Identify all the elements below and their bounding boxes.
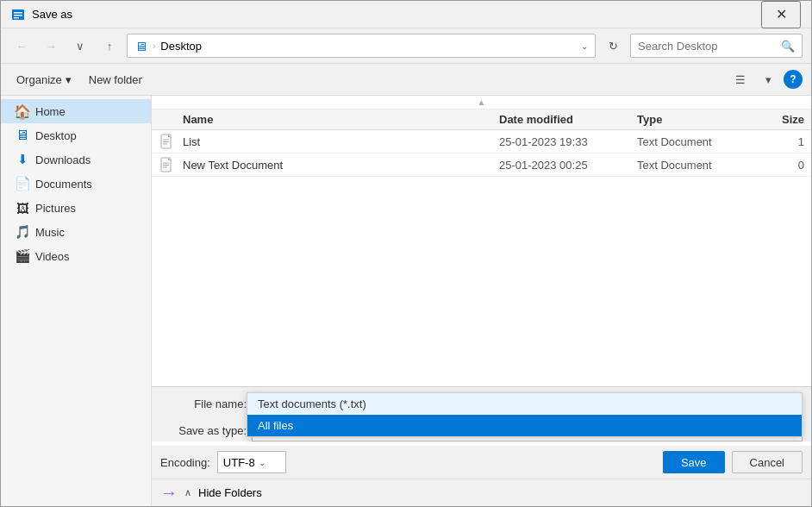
down-icon: ∨ [76, 40, 84, 53]
address-chevron-down-icon[interactable]: ⌄ [581, 41, 588, 51]
col-size-header[interactable]: Size [742, 113, 811, 126]
arrow-annotation: → [160, 483, 178, 503]
view-arrow-button[interactable]: ▾ [756, 67, 780, 91]
organize-arrow-icon: ▾ [66, 73, 72, 86]
sidebar-item-desktop[interactable]: 🖥 Desktop 📌 [1, 123, 151, 147]
encoding-select[interactable]: UTF-8 ⌄ [217, 451, 286, 473]
save-type-dropdown[interactable]: Text documents (*.txt) All files [247, 392, 803, 437]
toolbar: Organize ▾ New folder ☰ ▾ ? [1, 64, 811, 96]
sidebar-music-label: Music [35, 226, 65, 239]
file-icon-new-text-doc [152, 157, 183, 172]
dropdown-button[interactable]: ∨ [68, 34, 92, 58]
save-as-dialog: Save as ✕ ← → ∨ ↑ 🖥 › Desktop ⌄ ↻ 🔍 [0, 0, 812, 507]
encoding-label: Encoding: [160, 456, 210, 469]
file-row-list[interactable]: List 25-01-2023 19:33 Text Document 1 [152, 130, 811, 153]
sidebar-home-label: Home [35, 105, 66, 118]
file-name-new-text-doc: New Text Document [183, 159, 492, 172]
svg-rect-3 [14, 17, 19, 19]
dropdown-all-files-label: All files [258, 419, 293, 432]
location-icon: 🖥 [134, 39, 147, 53]
current-location: Desktop [160, 40, 576, 53]
svg-rect-2 [14, 15, 22, 16]
search-input[interactable] [638, 40, 778, 53]
filename-label: File name: [160, 397, 247, 410]
up-button[interactable]: ↑ [97, 34, 122, 58]
downloads-icon: ⬇ [15, 152, 30, 167]
new-folder-label: New folder [89, 73, 142, 86]
hide-folders-label: Hide Folders [198, 486, 262, 499]
sidebar-documents-label: Documents [35, 178, 92, 191]
file-date-new-text-doc: 25-01-2023 00:25 [492, 159, 630, 172]
file-type-list: Text Document [630, 135, 742, 148]
desktop-icon: 🖥 [15, 128, 30, 143]
back-icon: ← [16, 40, 28, 53]
sidebar-desktop-label: Desktop [35, 129, 77, 142]
encoding-area: Encoding: UTF-8 ⌄ [160, 451, 656, 473]
file-list: Name Date modified Type Size [152, 110, 811, 386]
dropdown-item-all-files[interactable]: All files [247, 415, 802, 436]
pictures-icon: 🖼 [15, 200, 30, 216]
home-icon: 🏠 [15, 103, 30, 119]
bottom-section-container: Text documents (*.txt) All files File na… [152, 386, 811, 506]
documents-icon: 📄 [15, 176, 30, 191]
help-button[interactable]: ? [784, 70, 803, 89]
dropdown-item-txt[interactable]: Text documents (*.txt) [247, 393, 802, 415]
address-bar: ← → ∨ ↑ 🖥 › Desktop ⌄ ↻ 🔍 [1, 28, 811, 64]
chevron-right-icon: › [153, 41, 155, 51]
videos-icon: 🎬 [15, 248, 30, 264]
sidebar-item-pictures[interactable]: 🖼 Pictures 📌 [1, 196, 151, 220]
sidebar-downloads-label: Downloads [35, 153, 91, 166]
sidebar-item-documents[interactable]: 📄 Documents 📌 [1, 172, 151, 196]
main-area: 🏠 Home 🖥 Desktop 📌 ⬇ Downloads 📌 [1, 96, 811, 506]
cancel-button[interactable]: Cancel [732, 451, 803, 473]
view-button[interactable]: ☰ [728, 67, 753, 91]
search-box[interactable]: 🔍 [630, 34, 803, 58]
sidebar: 🏠 Home 🖥 Desktop 📌 ⬇ Downloads 📌 [1, 96, 152, 506]
svg-rect-1 [14, 12, 22, 14]
address-box[interactable]: 🖥 › Desktop ⌄ [127, 34, 596, 58]
col-type-header[interactable]: Type [630, 113, 742, 126]
sidebar-item-home[interactable]: 🏠 Home [1, 99, 151, 123]
organize-label: Organize [16, 73, 62, 86]
encoding-value: UTF-8 [223, 456, 255, 469]
file-size-new-text-doc: 0 [742, 159, 811, 172]
save-button[interactable]: Save [663, 451, 725, 473]
hide-folders-row[interactable]: → ∧ Hide Folders [152, 479, 811, 506]
view-icon: ☰ [735, 73, 746, 86]
dialog-title: Save as [32, 8, 761, 21]
content-area: ▲ Name Date modified Type Size [152, 96, 811, 506]
file-list-header: Name Date modified Type Size [152, 110, 811, 130]
title-bar-icon [11, 8, 25, 22]
forward-icon: → [46, 40, 57, 53]
close-button[interactable]: ✕ [761, 1, 801, 28]
file-type-new-text-doc: Text Document [630, 159, 742, 172]
organize-button[interactable]: Organize ▾ [9, 71, 78, 89]
new-folder-button[interactable]: New folder [82, 71, 149, 89]
view-arrow-icon: ▾ [765, 73, 771, 86]
refresh-button[interactable]: ↻ [601, 34, 625, 58]
sidebar-item-music[interactable]: 🎵 Music 📌 [1, 220, 151, 244]
forward-button[interactable]: → [39, 34, 63, 58]
dropdown-txt-label: Text documents (*.txt) [258, 397, 366, 410]
sidebar-item-videos[interactable]: 🎬 Videos 📌 [1, 244, 151, 268]
scroll-hint: ▲ [152, 96, 811, 110]
encoding-arrow-icon: ⌄ [259, 458, 265, 467]
sidebar-videos-label: Videos [35, 250, 70, 263]
back-button[interactable]: ← [9, 34, 34, 58]
sidebar-pictures-label: Pictures [35, 202, 76, 215]
music-icon: 🎵 [15, 224, 30, 240]
sidebar-item-downloads[interactable]: ⬇ Downloads 📌 [1, 147, 151, 172]
actions-row: Encoding: UTF-8 ⌄ Save Cancel [152, 446, 811, 479]
search-icon: 🔍 [781, 40, 795, 53]
scroll-up-icon: ▲ [478, 97, 486, 107]
col-name-header[interactable]: Name [152, 113, 492, 126]
refresh-icon: ↻ [609, 40, 618, 53]
file-name-list: List [183, 135, 492, 148]
file-icon-list [152, 134, 183, 149]
col-date-header[interactable]: Date modified [492, 113, 630, 126]
up-icon: ↑ [107, 40, 113, 53]
file-row-new-text-doc[interactable]: New Text Document 25-01-2023 00:25 Text … [152, 153, 811, 177]
chevron-up-icon: ∧ [184, 487, 191, 498]
toolbar-right: ☰ ▾ ? [728, 67, 803, 91]
file-size-list: 1 [742, 135, 811, 148]
